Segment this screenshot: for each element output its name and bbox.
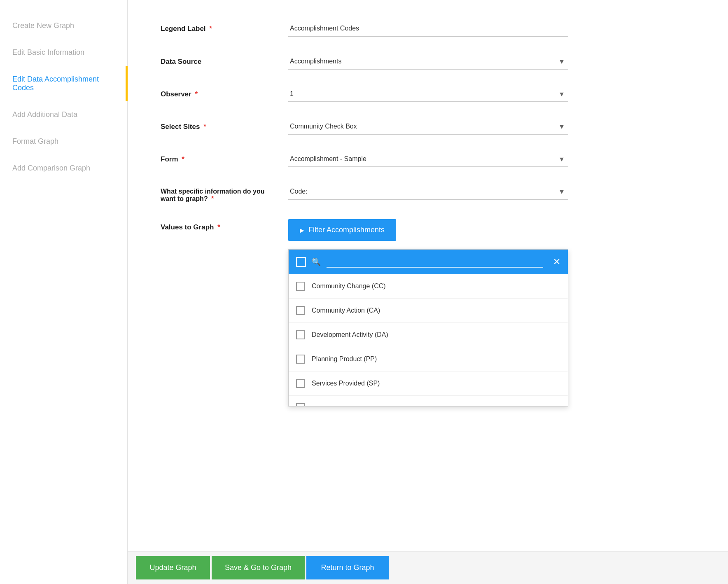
- values-to-graph-required: *: [217, 223, 220, 231]
- sidebar-item-edit-data-accomplishment-codes[interactable]: Edit Data Accomplishment Codes: [8, 66, 119, 101]
- specific-info-select-wrapper: Code: ▼: [288, 184, 568, 200]
- legend-label-input[interactable]: [288, 21, 568, 37]
- sidebar-item-add-comparison-graph[interactable]: Add Comparison Graph: [8, 155, 119, 182]
- form-field-row: Form * Accomplishment - Sample ▼: [161, 151, 695, 167]
- item-sp-checkbox[interactable]: [296, 379, 305, 388]
- specific-info-row: What specific information do you want to…: [161, 184, 695, 203]
- values-to-graph-label: Values to Graph *: [161, 219, 276, 231]
- data-source-label: Data Source: [161, 54, 276, 66]
- filter-accomplishments-button[interactable]: ▶ Filter Accomplishments: [288, 219, 396, 241]
- item-da-checkbox[interactable]: [296, 330, 305, 339]
- update-graph-button[interactable]: Update Graph: [136, 556, 210, 579]
- item-pp-checkbox[interactable]: [296, 355, 305, 364]
- data-source-row: Data Source Accomplishments ▼: [161, 54, 695, 70]
- dropdown-item-da[interactable]: Development Activity (DA): [289, 323, 568, 347]
- specific-info-label: What specific information do you want to…: [161, 184, 276, 203]
- observer-select-wrapper: 1 ▼: [288, 86, 568, 102]
- dropdown-select-all-checkbox[interactable]: [296, 257, 306, 267]
- item-ca-checkbox[interactable]: [296, 306, 305, 315]
- data-source-input-wrapper: Accomplishments ▼: [288, 54, 568, 70]
- sidebar: Create New Graph Edit Basic Information …: [0, 0, 128, 584]
- form-field-select-wrapper: Accomplishment - Sample ▼: [288, 151, 568, 167]
- sidebar-item-format-graph[interactable]: Format Graph: [8, 128, 119, 155]
- specific-info-required: *: [211, 195, 214, 202]
- return-to-graph-button[interactable]: Return to Graph: [306, 556, 389, 579]
- observer-input-wrapper: 1 ▼: [288, 86, 568, 102]
- select-sites-row: Select Sites * Community Check Box ▼: [161, 119, 695, 135]
- observer-row: Observer * 1 ▼: [161, 86, 695, 102]
- item-extra-checkbox[interactable]: [296, 403, 305, 406]
- select-sites-select-wrapper: Community Check Box ▼: [288, 119, 568, 135]
- form-field-input-wrapper: Accomplishment - Sample ▼: [288, 151, 568, 167]
- select-sites-required: *: [203, 123, 206, 131]
- legend-label-row: Legend Label *: [161, 21, 695, 37]
- values-to-graph-row: Values to Graph * ▶ Filter Accomplishmen…: [161, 219, 695, 406]
- select-sites-input-wrapper: Community Check Box ▼: [288, 119, 568, 135]
- form-field-required: *: [182, 155, 184, 163]
- specific-info-input-wrapper: Code: ▼: [288, 184, 568, 200]
- footer: Update Graph Save & Go to Graph Return t…: [128, 551, 728, 584]
- observer-label: Observer *: [161, 86, 276, 98]
- dropdown-close-icon[interactable]: ✕: [553, 257, 560, 267]
- data-source-select-wrapper: Accomplishments ▼: [288, 54, 568, 70]
- legend-label-required: *: [209, 25, 212, 33]
- dropdown-item-ca[interactable]: Community Action (CA): [289, 299, 568, 323]
- dropdown-search-icon: 🔍: [312, 257, 321, 266]
- values-to-graph-controls: ▶ Filter Accomplishments 🔍 ✕: [288, 219, 568, 406]
- observer-required: *: [195, 90, 198, 98]
- legend-label-label: Legend Label *: [161, 21, 276, 33]
- dropdown-search-input[interactable]: [327, 256, 543, 268]
- dropdown-item-extra[interactable]: ...: [289, 396, 568, 406]
- sidebar-item-edit-basic-information[interactable]: Edit Basic Information: [8, 39, 119, 66]
- filter-arrow-icon: ▶: [300, 227, 304, 234]
- item-cc-checkbox[interactable]: [296, 282, 305, 291]
- sidebar-item-create-new-graph[interactable]: Create New Graph: [8, 12, 119, 39]
- form-field-select[interactable]: Accomplishment - Sample: [288, 151, 568, 167]
- main-content: Legend Label * Data Source Accomplishmen…: [128, 0, 728, 551]
- specific-info-select[interactable]: Code:: [288, 184, 568, 200]
- dropdown-item-pp[interactable]: Planning Product (PP): [289, 347, 568, 371]
- dropdown-list: Community Change (CC) Community Action (…: [289, 274, 568, 406]
- data-source-select[interactable]: Accomplishments: [288, 54, 568, 70]
- save-go-to-graph-button[interactable]: Save & Go to Graph: [212, 556, 305, 579]
- values-dropdown-popup: 🔍 ✕ Community Change (CC): [288, 249, 568, 406]
- sidebar-item-add-additional-data[interactable]: Add Additional Data: [8, 101, 119, 128]
- dropdown-header: 🔍 ✕: [289, 250, 568, 274]
- dropdown-item-sp[interactable]: Services Provided (SP): [289, 371, 568, 396]
- observer-select[interactable]: 1: [288, 86, 568, 102]
- form-field-label: Form *: [161, 151, 276, 164]
- select-sites-label: Select Sites *: [161, 119, 276, 131]
- select-sites-select[interactable]: Community Check Box: [288, 119, 568, 135]
- dropdown-item-cc[interactable]: Community Change (CC): [289, 274, 568, 299]
- legend-label-input-wrapper: [288, 21, 568, 37]
